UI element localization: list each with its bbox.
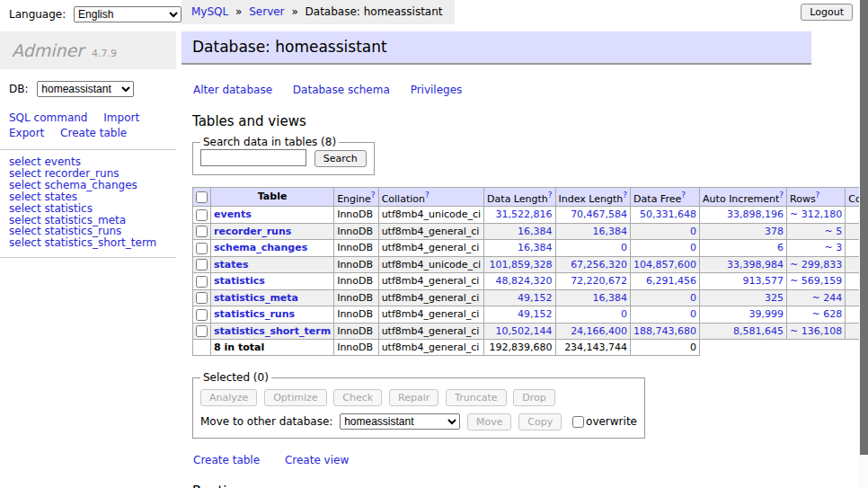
rows-count-link[interactable]: ~ 299,833 [787,256,846,273]
column-header-engine: Engine? [334,187,378,207]
row-checkbox[interactable] [196,292,208,304]
total-data-free-cell: 0 [631,340,700,356]
table-name-link[interactable]: states [214,259,249,271]
table-name-link[interactable]: events [214,209,252,220]
row-checkbox[interactable] [196,226,208,237]
sidebar-item-import[interactable]: Import [103,111,139,124]
sidebar-item-export[interactable]: Export [9,127,44,139]
table-name-link[interactable]: statistics [214,275,265,287]
column-header-table: Table [211,187,334,207]
table-name-link[interactable]: statistics_meta [214,292,298,304]
alter-database-link[interactable]: Alter database [193,84,272,96]
breadcrumb-link-mysql[interactable]: MySQL [191,5,228,18]
table-row: events InnoDB utf8mb4_unicode_ci 31,522,… [193,207,868,224]
data-free-help-link[interactable]: ? [681,191,686,200]
index-length-cell: 24,166,400 [555,323,631,340]
engine-help-link[interactable]: ? [371,191,376,200]
data-length-cell: 31,522,816 [484,207,555,224]
auto-increment-cell: 378 [700,223,787,240]
collation-cell: utf8mb4_general_ci [378,240,483,257]
data-length-help-link[interactable]: ? [548,191,553,200]
total-data-length-cell: 192,839,680 [484,340,555,356]
search-button[interactable]: Search [314,150,367,167]
language-form: Language: English [0,0,176,22]
search-input[interactable] [200,149,306,166]
table-row: states InnoDB utf8mb4_unicode_ci 101,859… [193,256,868,273]
select-all-checkbox[interactable] [196,191,208,203]
table-header-row: Table Engine? Collation? Data Length? In… [193,187,868,207]
db-select[interactable]: homeassistant [37,81,134,97]
vertical-scrollbar[interactable] [859,0,868,488]
auto-increment-help-link[interactable]: ? [779,191,784,200]
rows-count-link[interactable]: ~ 628 [787,306,846,324]
table-name-link[interactable]: schema_changes [214,242,307,253]
overwrite-label: overwrite [586,415,637,428]
row-checkbox[interactable] [196,276,208,288]
data-free-cell: 6,291,456 [631,273,700,290]
table-name-link[interactable]: statistics_short_term [214,325,331,337]
index-length-help-link[interactable]: ? [623,191,627,200]
app-title-band: Adminer 4.7.9 [0,31,176,69]
row-checkbox[interactable] [196,309,208,321]
column-header-collation: Collation? [378,187,483,207]
table-row: schema_changes InnoDB utf8mb4_general_ci… [193,240,868,257]
row-checkbox[interactable] [196,243,208,254]
collation-cell: utf8mb4_general_ci [378,223,483,240]
rows-help-link[interactable]: ? [816,191,820,200]
index-length-cell: 72,220,672 [555,273,631,290]
move-to-database-label: Move to other database: [200,415,332,428]
rows-count-link[interactable]: ~ 5 [787,223,846,240]
sidebar-item-select-statistics[interactable]: select statistics [9,203,176,215]
auto-increment-cell: 33,398,984 [700,256,787,273]
rows-count-link[interactable]: ~ 569,159 [787,273,846,290]
move-database-select[interactable]: homeassistant [340,413,460,430]
sidebar-item-select-statistics-short-term[interactable]: select statistics_short_term [9,237,176,249]
row-checkbox[interactable] [196,209,208,221]
sidebar-item-select-schema-changes[interactable]: select schema_changes [9,180,176,191]
privileges-link[interactable]: Privileges [411,84,463,96]
create-view-link[interactable]: Create view [285,454,349,466]
column-header-data-length: Data Length? [484,187,555,207]
auto-increment-cell: 6 [700,240,787,257]
rows-count-link[interactable]: ~ 244 [787,289,846,306]
sidebar-divider-top [0,149,176,150]
data-free-cell: 50,331,648 [631,207,700,224]
table-row: statistics_short_term InnoDB utf8mb4_gen… [193,323,868,340]
index-length-cell: 16,384 [555,289,631,306]
optimize-button: Optimize [264,389,326,406]
rows-count-link[interactable]: ~ 312,180 [787,207,846,224]
table-name-link[interactable]: statistics_runs [214,308,295,320]
create-table-link[interactable]: Create table [193,454,260,466]
total-engine-cell: InnoDB [334,340,378,356]
repair-button: Repair [389,389,438,406]
collation-cell: utf8mb4_general_ci [378,323,483,340]
collation-help-link[interactable]: ? [425,191,430,200]
row-checkbox[interactable] [196,259,208,271]
collation-cell: utf8mb4_unicode_ci [378,207,483,224]
sidebar-item-sql-command[interactable]: SQL command [9,111,87,124]
rows-count-link[interactable]: ~ 136,108 [787,323,846,340]
rows-count-link[interactable]: ~ 3 [787,240,846,257]
row-checkbox[interactable] [196,325,208,337]
table-row: statistics InnoDB utf8mb4_general_ci 48,… [193,273,868,290]
sidebar-item-create-table[interactable]: Create table [60,127,127,139]
auto-increment-cell: 8,581,645 [700,323,787,340]
sidebar-item-select-events[interactable]: select events [9,156,176,168]
index-length-cell: 70,467,584 [555,207,631,224]
database-schema-link[interactable]: Database schema [293,84,390,96]
index-length-cell: 67,256,320 [555,256,631,273]
data-free-cell: 0 [631,240,700,257]
breadcrumb-link-server[interactable]: Server [249,5,284,18]
create-links: Create table Create view [193,454,868,466]
data-free-cell: 188,743,680 [631,323,700,340]
selected-legend: Selected (0) [200,371,271,384]
copy-button: Copy [518,413,562,430]
overwrite-checkbox[interactable] [572,416,584,428]
language-select[interactable]: English [74,6,182,22]
data-free-cell: 104,857,600 [631,256,700,273]
scrollbar-thumb[interactable] [860,0,868,455]
table-name-link[interactable]: recorder_runs [214,226,291,237]
sidebar-item-select-states[interactable]: select states [9,191,176,203]
collation-cell: utf8mb4_general_ci [378,289,483,306]
sidebar-item-select-recorder-runs[interactable]: select recorder_runs [9,168,176,180]
